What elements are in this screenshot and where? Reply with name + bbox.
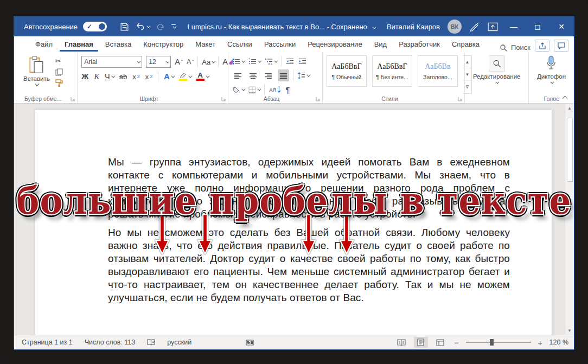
collapse-ribbon-button[interactable] — [561, 95, 568, 101]
chevron-down-icon[interactable] — [373, 25, 376, 29]
paste-button[interactable]: Вставить — [20, 54, 53, 94]
editing-button[interactable]: Редактирование — [469, 54, 525, 94]
align-center-button[interactable] — [247, 69, 259, 81]
word-count[interactable]: Число слов: 113 — [85, 339, 136, 346]
scrollbar-thumb[interactable] — [567, 118, 573, 182]
justify-button[interactable] — [278, 69, 289, 81]
dialog-launcher-icon[interactable] — [71, 97, 75, 101]
tab-layout[interactable]: Макет — [190, 38, 220, 52]
multilevel-list-button[interactable] — [265, 58, 277, 65]
line-spacing-button[interactable] — [297, 72, 309, 79]
paragraph-1[interactable]: Мы — группа энтузиастов, одержимых идеей… — [108, 156, 510, 221]
pen-mode-icon[interactable] — [469, 22, 480, 31]
search-label: Поиск — [511, 43, 531, 52]
redo-icon[interactable] — [156, 22, 165, 31]
avatar[interactable]: ВК — [448, 20, 462, 34]
text-effects-button[interactable]: А — [164, 72, 173, 81]
subscript-button[interactable]: x2 — [132, 73, 140, 81]
tab-help[interactable]: Справка — [447, 38, 484, 52]
tab-references[interactable]: Ссылки — [222, 38, 257, 52]
macro-recording-button[interactable] — [246, 339, 254, 346]
style-heading1[interactable]: АаБбВв Заголово... — [418, 55, 458, 87]
dialog-launcher-icon[interactable] — [458, 97, 463, 101]
close-button[interactable]: ✕ — [553, 22, 570, 31]
autosave-toggle[interactable]: ✓ — [83, 22, 107, 31]
align-right-button[interactable] — [263, 69, 274, 81]
font-name-combobox[interactable]: Arial — [81, 56, 142, 68]
dictate-button[interactable]: Диктофон — [533, 54, 570, 94]
pilcrow-button[interactable]: ¶ — [285, 85, 290, 94]
zoom-level[interactable]: 120 % — [549, 339, 568, 346]
strikethrough-button[interactable]: ab — [119, 73, 127, 81]
zoom-slider[interactable] — [466, 342, 531, 343]
share-button[interactable] — [535, 40, 549, 52]
document-page[interactable]: Мы — группа энтузиастов, одержимых идеей… — [35, 109, 552, 335]
dialog-launcher-icon[interactable] — [221, 97, 226, 101]
zoom-slider-thumb[interactable] — [490, 339, 494, 346]
highlight-color-button[interactable] — [179, 72, 191, 81]
tab-mailings[interactable]: Рассылки — [259, 38, 301, 52]
save-icon[interactable] — [120, 22, 129, 31]
change-case-button[interactable]: Aa — [202, 58, 214, 66]
shrink-font-button[interactable]: Аˇ — [187, 58, 194, 66]
ribbon-tab-bar: Файл Главная Вставка Конструктор Макет С… — [14, 36, 574, 52]
page-indicator[interactable]: Страница 1 из 1 — [22, 339, 73, 346]
borders-button[interactable] — [248, 86, 260, 93]
proofing-status[interactable] — [147, 339, 155, 346]
underline-button[interactable]: Ч — [105, 72, 114, 81]
style-no-spacing[interactable]: АаБбВвГ ¶ Без инте... — [372, 55, 412, 87]
desktop-background: Автосохранение ✓ — [0, 0, 588, 364]
dialog-launcher-icon[interactable] — [316, 97, 321, 101]
italic-button[interactable]: К — [94, 72, 99, 81]
tab-insert[interactable]: Вставка — [100, 38, 136, 52]
font-color-button[interactable]: А — [196, 72, 208, 81]
grow-font-button[interactable]: Аˆ — [175, 58, 183, 66]
clipboard-group-label: Буфер обме... — [16, 95, 69, 102]
scroll-down-icon[interactable]: ▼ — [565, 326, 574, 335]
superscript-button[interactable]: x2 — [145, 73, 153, 81]
zoom-out-button[interactable]: − — [453, 338, 461, 347]
user-name[interactable]: Виталий Каиров — [387, 23, 440, 31]
tab-review[interactable]: Рецензирование — [303, 38, 367, 52]
align-left-button[interactable] — [232, 69, 244, 81]
zoom-in-button[interactable]: + — [536, 338, 544, 347]
qat-customize-button[interactable] — [171, 24, 176, 29]
bold-button[interactable]: Ж — [81, 72, 88, 81]
search-box[interactable]: Поиск — [500, 43, 531, 52]
chevron-down-icon — [206, 74, 209, 78]
chevron-down-icon — [274, 59, 278, 62]
tab-design[interactable]: Конструктор — [138, 38, 188, 52]
format-painter-icon[interactable] — [55, 79, 63, 87]
comments-button[interactable] — [554, 40, 568, 52]
shading-button[interactable] — [232, 86, 244, 93]
sort-button[interactable]: АЯ — [269, 86, 281, 93]
document-title: Lumpics.ru - Как выравнивать текст в Во.… — [176, 23, 387, 31]
vertical-scrollbar[interactable]: ▲ ▼ — [565, 104, 574, 335]
style-normal[interactable]: АаБбВвГ ¶ Обычный — [327, 55, 367, 87]
document-area[interactable]: Мы — группа энтузиастов, одержимых идеей… — [14, 104, 574, 335]
increase-indent-button[interactable] — [298, 58, 306, 65]
highlighter-icon — [180, 72, 187, 78]
cut-icon[interactable]: ✂ — [55, 57, 63, 65]
tab-view[interactable]: Вид — [369, 38, 392, 52]
undo-button[interactable] — [136, 22, 149, 31]
minimize-button[interactable]: — — [506, 22, 522, 31]
scroll-up-icon[interactable]: ▲ — [565, 104, 574, 112]
tab-developer[interactable]: Разработчик — [394, 38, 445, 52]
web-layout-button[interactable] — [433, 337, 448, 348]
tab-file[interactable]: Файл — [30, 38, 57, 52]
ribbon-display-options-icon[interactable] — [488, 22, 498, 31]
read-mode-button[interactable] — [394, 337, 408, 348]
maximize-button[interactable]: ◻ — [529, 22, 546, 31]
tab-home[interactable]: Главная — [60, 38, 98, 52]
language-indicator[interactable]: русский — [167, 339, 191, 346]
undo-icon — [136, 22, 145, 31]
font-size-combobox[interactable]: 12 — [146, 56, 171, 68]
decrease-indent-button[interactable] — [286, 58, 294, 65]
chevron-up-icon — [562, 96, 567, 101]
font-group-label: Шрифт — [78, 95, 220, 102]
print-layout-button[interactable] — [414, 337, 428, 348]
bullets-button[interactable] — [232, 58, 244, 65]
copy-icon[interactable] — [55, 68, 63, 76]
numbering-button[interactable] — [248, 58, 260, 65]
